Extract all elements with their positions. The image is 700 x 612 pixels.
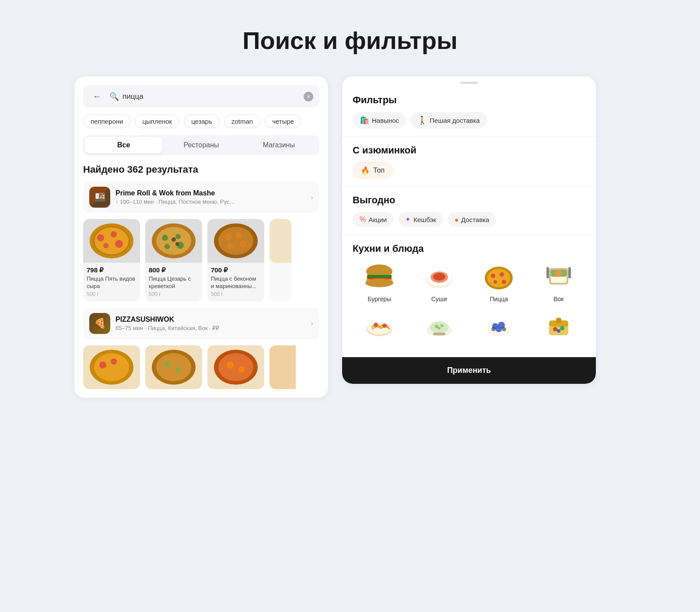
food-card-0[interactable]: 798 ₽ Пицца Пять видов сыра 500 г	[83, 219, 140, 302]
food-price-2: 700 ₽	[211, 266, 261, 274]
filters-section: Фильтры 🛍️ Навынос 🚶 Пешая доставка	[342, 87, 596, 137]
cuisine-pizza[interactable]: Пицца	[472, 261, 526, 303]
box-img	[539, 309, 578, 340]
food-name-2: Пицца с беконом и маринованны...	[211, 275, 261, 290]
wok-label: Вок	[553, 296, 564, 303]
tag-zotman[interactable]: zotman	[224, 115, 260, 128]
filter-chip-walk[interactable]: 🚶 Пешая доставка	[410, 112, 487, 129]
promo-chip-delivery[interactable]: ● Доставка	[448, 212, 496, 227]
pizza-card-1[interactable]	[145, 345, 202, 389]
category-tabs: Все Рестораны Магазины	[83, 135, 319, 155]
cashback-label: Кешбэк	[413, 216, 436, 223]
apply-button[interactable]: Применить	[342, 357, 596, 384]
svg-rect-74	[556, 318, 561, 323]
svg-point-16	[218, 227, 253, 255]
tag-four[interactable]: четыре	[265, 115, 301, 128]
food-card-2[interactable]: 700 ₽ Пицца с беконом и маринованны... 5…	[207, 219, 264, 302]
cuisine-box[interactable]	[532, 309, 586, 344]
svg-point-12	[164, 244, 170, 249]
restaurant-name-1: Prime Roll & Wok from Mashe	[116, 189, 307, 197]
food-card-img-2	[207, 219, 264, 263]
tab-shops[interactable]: Магазины	[240, 137, 318, 153]
restaurant-arrow-1: ›	[311, 193, 313, 202]
svg-point-57	[382, 323, 387, 328]
special-chips: 🔥 Топ	[353, 162, 585, 178]
food-card-img-0	[83, 219, 140, 263]
svg-point-17	[225, 233, 232, 240]
panels-container: ← 🔍 × пепперони цыпленок цезарь zotman ч…	[74, 76, 626, 398]
cuisine-berries[interactable]	[472, 309, 526, 344]
food-card-info-0: 798 ₽ Пицца Пять видов сыра 500 г	[83, 263, 140, 302]
sushi-img	[420, 261, 458, 292]
svg-point-19	[240, 240, 247, 247]
left-panel: ← 🔍 × пепперони цыпленок цезарь zotman ч…	[74, 76, 328, 398]
svg-point-10	[175, 234, 181, 239]
svg-point-18	[236, 233, 242, 239]
tab-restaurants[interactable]: Рестораны	[162, 137, 240, 153]
tag-caesar[interactable]: цезарь	[184, 115, 220, 128]
food-card-info-2: 700 ₽ Пицца с беконом и маринованны... 5…	[207, 263, 264, 302]
svg-point-2	[97, 234, 104, 241]
svg-point-69	[496, 326, 502, 332]
cuisine-wok[interactable]: Вок	[532, 261, 586, 303]
walk-label: Пешая доставка	[430, 117, 480, 124]
restaurant-logo-2: 🍕	[89, 313, 110, 334]
svg-point-63	[438, 327, 441, 330]
pizza-card-2[interactable]	[207, 345, 264, 389]
tab-all[interactable]: Все	[85, 137, 162, 153]
restaurant-logo-1: 🍱	[89, 187, 110, 208]
drag-bar-area	[342, 76, 596, 87]
cuisine-pasta[interactable]	[353, 309, 406, 344]
food-card-1[interactable]: 800 ₽ Пицца Цезарь с креветкой 500 г	[145, 219, 202, 302]
actions-label: Акции	[368, 216, 387, 223]
back-button[interactable]: ←	[89, 90, 105, 103]
restaurant-meta-1: ↑ 100–110 мин · Пицца, Постное меню, Рус…	[116, 198, 307, 205]
burger-img	[360, 261, 399, 292]
pizza-card-0[interactable]	[83, 345, 140, 389]
drag-bar	[460, 82, 478, 84]
tag-chicken[interactable]: цыпленок	[135, 115, 179, 128]
svg-point-70	[491, 327, 496, 331]
svg-point-43	[487, 269, 510, 287]
svg-point-41	[433, 273, 445, 281]
restaurant-meta-2: 65–75 мин · Пицца, Китайская, Вок · ₽₽	[116, 325, 307, 331]
special-chip-top[interactable]: 🔥 Топ	[353, 162, 393, 178]
svg-point-47	[494, 280, 497, 284]
filter-chips: 🛍️ Навынос 🚶 Пешая доставка	[353, 112, 585, 129]
cuisine-sushi[interactable]: Суши	[413, 261, 466, 303]
restaurant-row-2[interactable]: 🍕 PIZZASUSHIWOK 65–75 мин · Пицца, Китай…	[83, 308, 319, 339]
search-input[interactable]	[122, 92, 304, 101]
cuisine-burgers[interactable]: Бургеры	[353, 261, 406, 303]
promo-title: Выгодно	[353, 195, 585, 206]
cashback-icon: ✦	[405, 216, 411, 223]
food-weight-1: 500 г	[149, 291, 199, 297]
svg-rect-53	[568, 267, 571, 278]
svg-point-31	[227, 362, 234, 369]
pizza-img	[480, 261, 518, 292]
svg-point-22	[94, 353, 129, 381]
svg-rect-52	[546, 267, 549, 278]
soup-img	[420, 309, 458, 340]
restaurant-name-2: PIZZASUSHIWOK	[116, 316, 307, 323]
svg-point-51	[555, 270, 562, 277]
restaurant-row-1[interactable]: 🍱 Prime Roll & Wok from Mashe ↑ 100–110 …	[83, 181, 319, 213]
pizza-label: Пицца	[490, 296, 508, 303]
special-title: С изюминкой	[353, 145, 585, 156]
clear-search-button[interactable]: ×	[304, 92, 313, 101]
svg-point-76	[560, 326, 564, 330]
food-weight-0: 500 г	[87, 291, 136, 297]
tag-pepperoni[interactable]: пепперони	[83, 115, 130, 128]
svg-point-24	[111, 358, 117, 365]
promo-chip-cashback[interactable]: ✦ Кешбэк	[398, 212, 443, 227]
cuisine-soup[interactable]	[413, 309, 466, 344]
right-panel: Фильтры 🛍️ Навынос 🚶 Пешая доставка С из…	[342, 76, 596, 384]
promo-chip-actions[interactable]: % Акции	[353, 212, 394, 227]
restaurant-arrow-2: ›	[311, 319, 313, 328]
filter-chip-takeout[interactable]: 🛍️ Навынос	[353, 112, 406, 129]
food-card-3[interactable]	[270, 219, 291, 302]
svg-point-37	[365, 278, 393, 287]
pizza-cards-row	[83, 345, 319, 389]
delivery-icon: ●	[455, 216, 458, 223]
svg-point-77	[557, 329, 560, 333]
page-title: Поиск и фильтры	[242, 26, 458, 55]
